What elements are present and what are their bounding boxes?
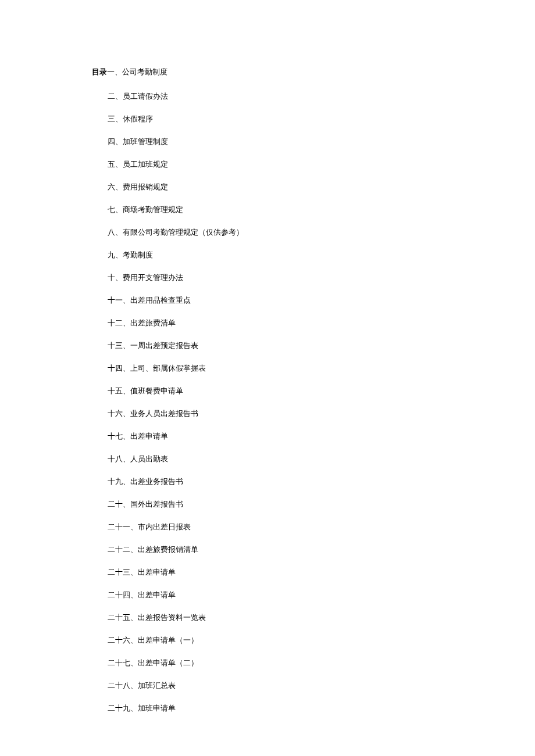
toc-item: 六、费用报销规定 bbox=[108, 183, 535, 191]
toc-item: 十六、业务人员出差报告书 bbox=[108, 410, 535, 417]
toc-item: 五、员工加班规定 bbox=[108, 160, 535, 168]
toc-item: 八、有限公司考勤管理规定（仅供参考） bbox=[108, 228, 535, 236]
toc-item: 十二、出差旅费清单 bbox=[108, 319, 535, 327]
toc-item: 九、考勤制度 bbox=[108, 251, 535, 259]
toc-item: 十三、一周出差预定报告表 bbox=[108, 342, 535, 349]
toc-item: 二十四、出差申请单 bbox=[108, 591, 535, 599]
toc-container: 目录 一、公司考勤制度 二、员工请假办法 三、休假程序 四、加班管理制度 五、员… bbox=[92, 67, 535, 727]
toc-item: 二、员工请假办法 bbox=[108, 92, 535, 100]
toc-item: 二十、国外出差报告书 bbox=[108, 500, 535, 508]
toc-item: 七、商场考勤管理规定 bbox=[108, 206, 535, 213]
toc-item: 三、休假程序 bbox=[108, 115, 535, 123]
toc-item: 十八、人员出勤表 bbox=[108, 455, 535, 463]
toc-item: 一、公司考勤制度 bbox=[107, 67, 167, 77]
toc-item: 十九、出差业务报告书 bbox=[108, 478, 535, 485]
toc-item: 二十六、出差申请单（一） bbox=[108, 636, 535, 644]
toc-item: 二十三、出差申请单 bbox=[108, 568, 535, 576]
toc-item: 二十七、出差申请单（二） bbox=[108, 659, 535, 667]
toc-item: 十四、上司、部属休假掌握表 bbox=[108, 364, 535, 372]
toc-first-line: 目录 一、公司考勤制度 bbox=[92, 67, 535, 77]
toc-heading: 目录 bbox=[92, 67, 107, 77]
toc-item: 二十一、市内出差日报表 bbox=[108, 523, 535, 531]
toc-item: 二十八、加班汇总表 bbox=[108, 682, 535, 689]
toc-item: 四、加班管理制度 bbox=[108, 138, 535, 145]
toc-item: 二十二、出差旅费报销清单 bbox=[108, 546, 535, 553]
toc-item: 二十九、加班申请单 bbox=[108, 704, 535, 712]
toc-item: 二十五、出差报告资料一览表 bbox=[108, 614, 535, 621]
toc-item: 十一、出差用品检查重点 bbox=[108, 296, 535, 304]
toc-item: 十七、出差申请单 bbox=[108, 432, 535, 440]
toc-item: 十、费用开支管理办法 bbox=[108, 274, 535, 281]
toc-item: 十五、值班餐费申请单 bbox=[108, 387, 535, 395]
